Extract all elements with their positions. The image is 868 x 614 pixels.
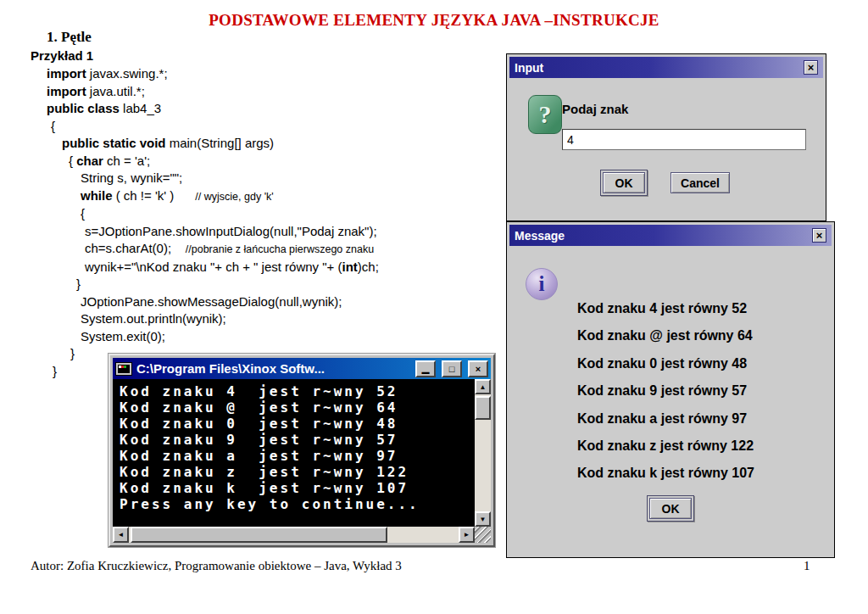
message-line: Kod znaku a jest równy 97 (577, 405, 754, 433)
code-line: ch=s.charAt(0); //pobranie z łańcucha pi… (31, 240, 505, 259)
code-line: s=JOptionPane.showInputDialog(null,"Poda… (31, 223, 505, 241)
char-input-field[interactable] (562, 129, 806, 150)
message-dialog-window: Message × i Kod znaku 4 jest równy 52Kod… (506, 221, 835, 558)
ok-button[interactable]: OK (649, 498, 692, 519)
code-line: public static void main(String[] args) (31, 135, 505, 153)
close-icon[interactable]: × (804, 60, 818, 75)
message-line: Kod znaku @ jest równy 64 (577, 322, 754, 349)
code-line: System.exit(0); (31, 328, 505, 346)
question-icon: ? (528, 95, 562, 134)
input-dialog-titlebar[interactable]: Input × (509, 57, 823, 78)
document-page: PODSTAWOWE ELEMENTY JĘZYKA JAVA –INSTRUK… (0, 0, 868, 614)
code-line: JOptionPane.showMessageDialog(null,wynik… (31, 293, 505, 311)
ok-button[interactable]: OK (603, 172, 645, 193)
console-titlebar[interactable]: C:\Program Files\Xinox Softw... ▁ □ × (113, 358, 491, 379)
console-window: C:\Program Files\Xinox Softw... ▁ □ × Ko… (108, 354, 495, 547)
input-dialog-body: ? Podaj znak OK Cancel (509, 78, 823, 218)
console-screen: Kod znaku 4 jest r~wny 52Kod znaku @ jes… (113, 379, 475, 527)
message-line: Kod znaku z jest równy 122 (577, 433, 754, 460)
scroll-right-button[interactable]: ► (459, 527, 475, 543)
page-title: PODSTAWOWE ELEMENTY JĘZYKA JAVA –INSTRUK… (0, 11, 868, 30)
cancel-button-frame: Cancel (668, 170, 732, 196)
message-dialog-titlebar[interactable]: Message × (509, 225, 832, 246)
ok-button-frame: OK (647, 495, 694, 522)
code-line: String s, wynik=""; (31, 170, 505, 187)
vertical-scroll-thumb[interactable] (475, 396, 491, 420)
code-line: { (31, 118, 505, 136)
close-button[interactable]: × (468, 360, 488, 377)
code-line: import java.util.*; (31, 83, 505, 101)
console-line: Kod znaku @ jest r~wny 64 (120, 399, 468, 416)
vertical-scrollbar[interactable]: ▲ ▼ (475, 379, 491, 527)
code-line: wynik+="\nKod znaku "+ ch + " jest równy… (31, 259, 505, 276)
example-heading: Przykład 1 (31, 48, 93, 63)
message-line: Kod znaku 4 jest równy 52 (577, 295, 754, 322)
maximize-button[interactable]: □ (442, 360, 462, 377)
java-code-block: import javax.swing.*;import java.util.*;… (31, 65, 505, 380)
code-line: while ( ch != 'k' ) // wyjscie, gdy 'k' (31, 187, 505, 206)
message-line: Kod znaku 0 jest równy 48 (577, 350, 754, 377)
console-line: Kod znaku 9 jest r~wny 57 (120, 432, 468, 448)
vertical-scroll-track[interactable] (475, 394, 491, 511)
cancel-button[interactable]: Cancel (670, 172, 730, 193)
message-dialog-title: Message (515, 229, 812, 243)
close-icon[interactable]: × (812, 228, 826, 243)
console-line: Kod znaku k jest r~wny 107 (120, 480, 468, 496)
console-line: Kod znaku 0 jest r~wny 48 (120, 416, 468, 432)
console-line: Kod znaku a jest r~wny 97 (120, 448, 468, 464)
input-dialog-window: Input × ? Podaj znak OK Cancel (506, 53, 826, 221)
input-dialog-buttons: OK Cancel (509, 170, 823, 196)
console-main: Kod znaku 4 jest r~wny 52Kod znaku @ jes… (113, 379, 491, 527)
console-line: Press any key to continue... (120, 496, 468, 512)
code-line: public class lab4_3 (31, 100, 505, 118)
ok-button-frame: OK (600, 170, 648, 196)
horizontal-scrollbar[interactable]: ◄ ► (113, 527, 475, 543)
footer-text: Autor: Zofia Kruczkiewicz, Programowanie… (31, 559, 402, 573)
console-line: Kod znaku z jest r~wny 122 (120, 464, 468, 480)
scroll-down-button[interactable]: ▼ (475, 511, 491, 527)
page-number: 1 (804, 559, 810, 573)
console-line: Kod znaku 4 jest r~wny 52 (120, 383, 468, 399)
message-line: Kod znaku 9 jest równy 57 (577, 377, 754, 405)
input-dialog-title: Input (515, 61, 804, 75)
message-dialog-buttons: OK (509, 495, 832, 522)
horizontal-scroll-track[interactable] (129, 527, 459, 543)
message-line: Kod znaku k jest równy 107 (577, 460, 754, 487)
code-line: { char ch = 'a'; (31, 153, 505, 170)
code-line: { (31, 205, 505, 223)
resize-grip[interactable] (475, 527, 491, 543)
info-icon: i (526, 268, 558, 300)
input-prompt-label: Podaj znak (562, 102, 628, 116)
code-line: import javax.swing.*; (31, 65, 505, 83)
scroll-left-button[interactable]: ◄ (113, 527, 129, 543)
message-dialog-body: i Kod znaku 4 jest równy 52Kod znaku @ j… (509, 246, 832, 555)
code-line: } (31, 276, 505, 293)
console-title: C:\Program Files\Xinox Softw... (136, 361, 409, 376)
minimize-button[interactable]: ▁ (415, 360, 436, 377)
section-heading: 1. Pętle (47, 29, 92, 46)
horizontal-scroll-thumb[interactable] (131, 527, 387, 543)
console-bottom-bar: ◄ ► (113, 527, 491, 543)
message-lines: Kod znaku 4 jest równy 52Kod znaku @ jes… (577, 295, 754, 488)
code-line: System.out.println(wynik); (31, 310, 505, 328)
msdos-icon (115, 362, 132, 376)
scroll-up-button[interactable]: ▲ (475, 379, 491, 394)
